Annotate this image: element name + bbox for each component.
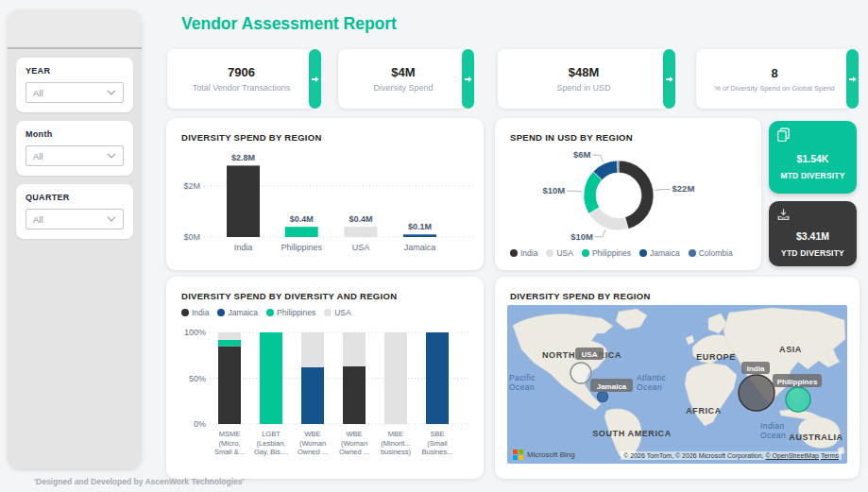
spend-in-usd-donut-chart[interactable]: $22M$10M$10M$6M	[502, 148, 748, 246]
kpi-nav-arrow-button[interactable]	[663, 49, 675, 109]
ytd-diversity-card[interactable]: $3.41M YTD DIVERSITY	[769, 201, 857, 266]
kpi-spend-in-usd: $48M Spend in USD	[498, 49, 670, 109]
spend-in-usd-by-region-card: SPEND IN USD BY REGION $22M$10M$10M$6M I…	[495, 118, 761, 270]
kpi-label: % of Diversity Spend on Global Spend	[714, 84, 835, 93]
legend-dot	[181, 309, 189, 316]
map-bubble-india[interactable]	[739, 375, 774, 411]
chart-title: DIVERSITY SPEND BY REGION	[166, 118, 484, 143]
legend-item-usa[interactable]: USA	[546, 248, 572, 258]
diversity-spend-by-diversity-card: DIVERSITY SPEND BY DIVERSITY AND REGION …	[166, 277, 484, 479]
svg-text:India: India	[234, 243, 253, 252]
map-bubble-jamaica[interactable]	[598, 392, 608, 402]
svg-text:0%: 0%	[194, 419, 206, 429]
kpi-value: 7906	[228, 65, 255, 79]
kpi-label: Spend in USD	[556, 83, 610, 93]
month-select-value: All	[33, 151, 43, 161]
mtd-label: MTD DIVERSITY	[776, 171, 849, 180]
filter-quarter: QUARTER All	[16, 184, 133, 239]
ocean-label: AtlanticOcean	[637, 373, 666, 392]
svg-text:MBE(Minorit...business): MBE(Minorit...business)	[381, 430, 412, 456]
svg-text:SBE(SmallBusines...: SBE(SmallBusines...	[422, 430, 453, 456]
kpi-nav-arrow-button[interactable]	[462, 49, 474, 109]
kpi-value: $48M	[569, 65, 600, 79]
terms-link[interactable]: Terms	[821, 452, 839, 459]
bing-logo[interactable]: Microsoft Bing	[513, 450, 575, 460]
mtd-value: $1.54K	[776, 153, 849, 164]
kpi-total-vendor-transactions: 7906 Total Vendor Transactions	[167, 49, 315, 109]
month-select[interactable]: All	[26, 145, 124, 166]
diversity-stacked-bar-chart[interactable]: 100%50%0%MSME(Micro,Small &...LGBT(Lesbi…	[176, 321, 478, 474]
copy-icon	[776, 127, 791, 142]
continent-label: ASIA	[779, 345, 802, 354]
world-map[interactable]: NORTH AMERICASOUTH AMERICAEUROPEAFRICAAS…	[507, 305, 847, 464]
svg-text:Jamaica: Jamaica	[404, 243, 436, 252]
chevron-down-icon	[107, 90, 116, 95]
svg-text:WBE(WomanOwned ...: WBE(WomanOwned ...	[298, 430, 328, 456]
kpi-nav-arrow-button[interactable]	[846, 49, 859, 109]
legend-item-india[interactable]: India	[181, 308, 209, 317]
map-attribution: © 2026 TomTom, © 2026 Microsoft Corporat…	[621, 451, 842, 460]
map-bubble-philippines[interactable]	[786, 387, 810, 412]
svg-text:50%: 50%	[189, 374, 206, 383]
legend-label: USA	[334, 308, 350, 317]
svg-text:WBE(WomanOwned ...: WBE(WomanOwned ...	[339, 430, 369, 456]
attribution-text: © 2026 TomTom, © 2026 Microsoft Corporat…	[623, 452, 765, 459]
legend-label: India	[192, 308, 209, 317]
filter-month: Month All	[16, 121, 133, 176]
chevron-down-icon	[107, 153, 116, 159]
kpi-nav-arrow-button[interactable]	[309, 49, 321, 109]
legend-dot	[546, 249, 553, 257]
kpi-diversity-spend: $4M Diversity Spend	[338, 49, 468, 109]
filter-sidebar: YEAR All Month All QUARTER All	[8, 9, 142, 468]
kpi-pct-diversity-spend: 8 % of Diversity Spend on Global Spend	[696, 49, 853, 109]
legend-dot	[217, 309, 225, 316]
kpi-label: Diversity Spend	[373, 83, 433, 93]
chart-title: DIVERSITY SPEND BY REGION	[495, 277, 859, 301]
map-tooltip-label: India	[747, 365, 765, 373]
continent-label: AFRICA	[686, 406, 722, 416]
microsoft-logo-icon	[513, 450, 523, 460]
map-tooltip-label: Jamaica	[597, 382, 627, 391]
donut-legend: IndiaUSAPhilippinesJamaicaColombia	[510, 248, 733, 258]
legend-item-colombia[interactable]: Colombia	[689, 248, 733, 258]
svg-text:$10M: $10M	[542, 185, 565, 195]
svg-text:$2M: $2M	[183, 181, 200, 191]
quarter-select-value: All	[33, 214, 43, 225]
continent-label: AUSTRALIA	[789, 433, 842, 442]
filter-quarter-label: QUARTER	[26, 193, 124, 202]
quarter-select[interactable]: All	[26, 209, 124, 229]
legend-dot	[510, 249, 518, 257]
legend-item-india[interactable]: India	[510, 248, 537, 258]
legend-item-philippines[interactable]: Philippines	[266, 308, 315, 317]
openstreetmap-link[interactable]: © OpenStreetMap	[765, 452, 819, 459]
map-bubble-usa[interactable]	[570, 363, 591, 383]
sidebar-header	[8, 9, 142, 49]
svg-text:$10M: $10M	[570, 231, 593, 242]
arrow-right-icon	[312, 76, 319, 83]
year-select-value: All	[33, 88, 43, 98]
svg-text:$6M: $6M	[573, 149, 591, 160]
svg-text:100%: 100%	[184, 328, 206, 337]
svg-text:LGBT(Lesbian,Gay, Bis....: LGBT(Lesbian,Gay, Bis....	[254, 430, 288, 456]
legend-item-jamaica[interactable]: Jamaica	[217, 308, 258, 317]
continent-label: EUROPE	[696, 352, 736, 362]
legend-item-jamaica[interactable]: Jamaica	[639, 248, 680, 258]
arrow-right-icon	[465, 76, 472, 83]
map-canvas[interactable]: NORTH AMERICASOUTH AMERICAEUROPEAFRICAAS…	[507, 305, 847, 464]
ocean-label: PacificOcean	[509, 373, 536, 392]
legend-item-usa[interactable]: USA	[324, 308, 350, 317]
legend-dot	[639, 249, 647, 257]
footer-credit: 'Designed and Developed by AscenWork Tec…	[34, 477, 245, 486]
kpi-label: Total Vendor Transactions	[193, 83, 291, 93]
mtd-diversity-card[interactable]: $1.54K MTD DIVERSITY	[769, 121, 857, 194]
legend-dot	[324, 309, 332, 316]
year-select[interactable]: All	[26, 82, 124, 103]
legend-dot	[689, 249, 696, 257]
diversity-spend-bar-chart[interactable]: $2M$0M$2.8MIndia$0.4MPhilippines$0.4MUSA…	[176, 150, 478, 262]
legend-item-philippines[interactable]: Philippines	[582, 248, 631, 258]
ytd-label: YTD DIVERSITY	[776, 248, 849, 258]
legend-label: India	[520, 248, 537, 258]
ytd-value: $3.41M	[776, 230, 849, 242]
map-tooltip-label: USA	[582, 350, 598, 359]
arrow-right-icon	[849, 76, 857, 83]
